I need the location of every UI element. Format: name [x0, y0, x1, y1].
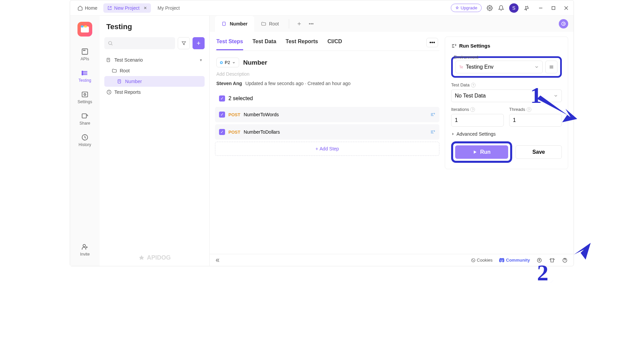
sync-icon[interactable]: [559, 19, 568, 28]
svg-point-24: [562, 22, 566, 26]
advanced-settings-toggle[interactable]: Advanced Settings: [451, 131, 562, 137]
test-data-value: No Test Data: [455, 93, 486, 99]
step-action-icon[interactable]: [430, 129, 435, 135]
tshirt-icon[interactable]: [549, 257, 555, 264]
rail-item-invite[interactable]: Invite: [73, 241, 96, 259]
search-input[interactable]: [104, 37, 175, 49]
add-tab-button[interactable]: [292, 16, 306, 32]
close-window-icon[interactable]: [563, 5, 570, 11]
run-label: Run: [480, 149, 490, 155]
svg-point-11: [82, 71, 83, 72]
collapse-icon[interactable]: [215, 258, 220, 263]
svg-rect-8: [82, 49, 88, 55]
chevron-down-icon: ▼: [199, 58, 203, 62]
test-data-select[interactable]: No Test Data: [451, 89, 562, 102]
updated-text: Updated a few seconds ago: [245, 81, 304, 86]
tree-scenario-root[interactable]: Test Scenario ▼: [104, 55, 205, 65]
iterations-input[interactable]: 1: [451, 114, 504, 127]
svg-point-0: [489, 7, 491, 9]
rail-item-settings[interactable]: Settings: [73, 88, 96, 107]
tab-test-steps[interactable]: Test Steps: [216, 39, 243, 50]
rail-item-share[interactable]: Share: [73, 110, 96, 128]
svg-rect-6: [81, 25, 84, 27]
description-input[interactable]: Add Description: [215, 70, 439, 81]
svg-rect-14: [82, 92, 88, 97]
rail-item-testing[interactable]: Testing: [73, 67, 96, 85]
rail-label: Settings: [77, 99, 92, 104]
home-label: Home: [85, 5, 97, 11]
threads-input[interactable]: 1: [509, 114, 562, 127]
run-highlight-box: Run: [451, 141, 512, 163]
home-button[interactable]: Home: [74, 3, 101, 13]
rail-label: History: [78, 142, 91, 147]
svg-rect-2: [552, 6, 555, 9]
save-button[interactable]: Save: [516, 145, 562, 159]
tree-folder-root[interactable]: Root: [104, 65, 205, 76]
tree-label: Test Reports: [114, 89, 141, 95]
rail-label: Invite: [80, 252, 90, 257]
app-logo[interactable]: [77, 22, 92, 37]
scenario-title[interactable]: Number: [243, 59, 267, 66]
step-action-icon[interactable]: [430, 112, 435, 117]
gear-icon[interactable]: [486, 5, 493, 11]
rail-item-history[interactable]: History: [73, 131, 96, 150]
nav-rail: APIs Testing Settings Share History In: [70, 16, 100, 266]
tree-reports[interactable]: Test Reports: [104, 87, 205, 97]
svg-point-25: [471, 258, 475, 262]
minimize-icon[interactable]: [537, 5, 544, 11]
env-badge: Te: [459, 65, 463, 69]
svg-point-26: [472, 260, 473, 260]
step-row[interactable]: ✓ POST NumberToWords: [215, 107, 439, 122]
iterations-label: Iterations?: [451, 107, 504, 112]
save-label: Save: [532, 149, 545, 155]
tab-cicd[interactable]: CI/CD: [327, 39, 342, 50]
select-all-row[interactable]: ✓ 2 selected: [215, 92, 439, 105]
add-button[interactable]: [193, 37, 205, 49]
tab-overflow-button[interactable]: •••: [306, 16, 316, 32]
pin-icon[interactable]: [523, 5, 530, 11]
svg-point-19: [109, 42, 112, 45]
project-tab-label: New Project: [114, 5, 139, 11]
cookies-link[interactable]: Cookies: [471, 258, 493, 263]
add-step-button[interactable]: +Add Step: [215, 142, 439, 156]
tab-test-reports[interactable]: Test Reports: [286, 39, 318, 50]
step-name: NumberToWords: [244, 112, 279, 117]
svg-point-18: [83, 245, 86, 247]
step-name: NumberToDollars: [244, 129, 280, 135]
svg-rect-7: [84, 25, 87, 27]
upgrade-button[interactable]: Upgrade: [451, 4, 482, 12]
project-tab-my[interactable]: My Project: [154, 3, 184, 13]
checkbox-icon[interactable]: ✓: [219, 95, 225, 101]
run-settings-panel: Run Settings Environment Te Testing Env: [445, 37, 568, 169]
priority-select[interactable]: P2: [216, 58, 239, 67]
close-icon[interactable]: ✕: [144, 6, 147, 10]
checkbox-icon[interactable]: ✓: [219, 112, 225, 118]
environment-select[interactable]: Te Testing Env: [455, 61, 543, 73]
rail-item-apis[interactable]: APIs: [73, 45, 96, 64]
bell-icon[interactable]: [498, 5, 504, 11]
rail-label: Testing: [78, 78, 91, 83]
priority-label: P2: [225, 60, 230, 65]
checkbox-icon[interactable]: ✓: [219, 129, 225, 135]
tab-test-data[interactable]: Test Data: [253, 39, 276, 50]
run-settings-title: Run Settings: [459, 43, 490, 49]
env-menu-button[interactable]: [545, 61, 557, 73]
more-button[interactable]: •••: [426, 38, 438, 47]
tree-label: Number: [125, 79, 142, 84]
tree-item-number[interactable]: Number: [104, 76, 205, 87]
avatar[interactable]: S: [509, 3, 519, 13]
env-value: Testing Env: [466, 64, 494, 70]
run-button[interactable]: Run: [455, 145, 508, 159]
community-link[interactable]: Community: [499, 257, 530, 263]
advanced-label: Advanced Settings: [457, 131, 496, 137]
method-badge: POST: [228, 130, 240, 135]
file-tab-number[interactable]: Number: [215, 16, 254, 32]
file-tab-root[interactable]: Root: [254, 16, 286, 32]
filter-button[interactable]: [178, 37, 190, 49]
upload-icon[interactable]: [536, 257, 543, 264]
help-icon[interactable]: [561, 257, 568, 264]
maximize-icon[interactable]: [550, 5, 557, 11]
upgrade-label: Upgrade: [461, 5, 477, 10]
step-row[interactable]: ✓ POST NumberToDollars: [215, 124, 439, 140]
project-tab-new[interactable]: New Project ✕: [103, 3, 151, 13]
